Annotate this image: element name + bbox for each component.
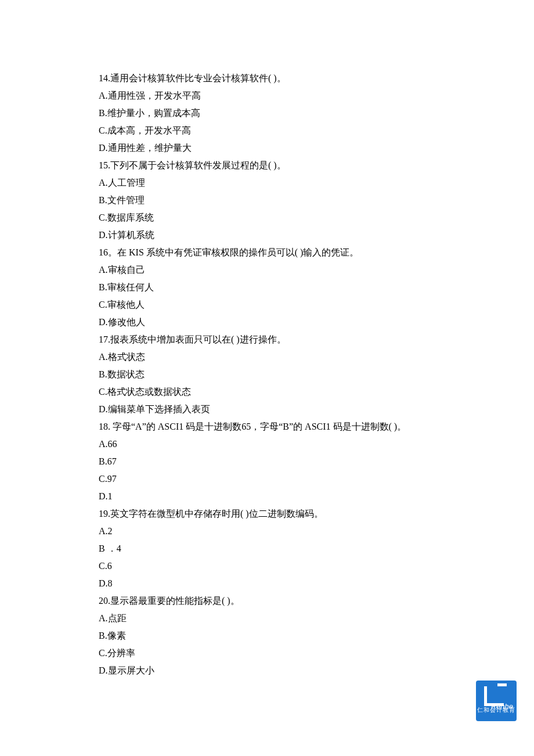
question-option: B.审核任何人 [99, 279, 435, 296]
question-option: D.修改他人 [99, 314, 435, 331]
question-option: A.审核自己 [99, 261, 435, 279]
question-stem: 15.下列不属于会计核算软件发展过程的是( )。 [99, 157, 435, 174]
question-option: C.分辨率 [99, 645, 435, 662]
question-option: D.显示屏大小 [99, 662, 435, 679]
question-14: 14.通用会计核算软件比专业会计核算软件( )。 A.通用性强，开发水平高 B.… [99, 70, 435, 157]
question-option: A.通用性强，开发水平高 [99, 87, 435, 105]
question-option: D.计算机系统 [99, 226, 435, 244]
question-option: C.数据库系统 [99, 209, 435, 226]
question-option: C.审核他人 [99, 296, 435, 314]
question-stem: 14.通用会计核算软件比专业会计核算软件( )。 [99, 70, 435, 87]
question-option: D.1 [99, 488, 435, 505]
question-stem: 19.英文字符在微型机中存储存时用( )位二进制数编码。 [99, 505, 435, 523]
question-stem: 17.报表系统中增加表面只可以在( )进行操作。 [99, 331, 435, 348]
question-16: 16。在 KIS 系统中有凭证审核权限的操作员可以( )输入的凭证。 A.审核自… [99, 244, 435, 331]
question-option: A.人工管理 [99, 174, 435, 192]
question-option: B.文件管理 [99, 192, 435, 209]
question-option: A.格式状态 [99, 348, 435, 366]
renhe-logo: Renhe 仁和会计教育 [476, 681, 517, 721]
question-option: B.像素 [99, 627, 435, 645]
question-option: B.维护量小，购置成本高 [99, 105, 435, 122]
question-option: A.66 [99, 435, 435, 453]
logo-script-text: Renhe [491, 698, 513, 715]
document-page: 14.通用会计核算软件比专业会计核算软件( )。 A.通用性强，开发水平高 B.… [0, 0, 534, 756]
question-option: A.2 [99, 523, 435, 540]
question-option: C.成本高，开发水平高 [99, 122, 435, 139]
question-option: B ．4 [99, 540, 435, 557]
question-18: 18. 字母“A”的 ASCI1 码是十进制数65，字母“B”的 ASCI1 码… [99, 418, 435, 505]
question-option: B.数据状态 [99, 366, 435, 383]
question-option: A.点距 [99, 610, 435, 627]
question-19: 19.英文字符在微型机中存储存时用( )位二进制数编码。 A.2 B ．4 C.… [99, 505, 435, 592]
question-option: C.格式状态或数据状态 [99, 383, 435, 401]
question-option: C.97 [99, 470, 435, 488]
question-option: C.6 [99, 557, 435, 575]
question-option: B.67 [99, 453, 435, 470]
question-stem: 16。在 KIS 系统中有凭证审核权限的操作员可以( )输入的凭证。 [99, 244, 435, 261]
question-15: 15.下列不属于会计核算软件发展过程的是( )。 A.人工管理 B.文件管理 C… [99, 157, 435, 244]
question-option: D.编辑菜单下选择插入表页 [99, 401, 435, 418]
question-option: D.8 [99, 575, 435, 592]
question-20: 20.显示器最重要的性能指标是( )。 A.点距 B.像素 C.分辨率 D.显示… [99, 592, 435, 679]
question-stem: 18. 字母“A”的 ASCI1 码是十进制数65，字母“B”的 ASCI1 码… [99, 418, 435, 435]
question-option: D.通用性差，维护量大 [99, 139, 435, 157]
question-17: 17.报表系统中增加表面只可以在( )进行操作。 A.格式状态 B.数据状态 C… [99, 331, 435, 418]
question-stem: 20.显示器最重要的性能指标是( )。 [99, 592, 435, 610]
